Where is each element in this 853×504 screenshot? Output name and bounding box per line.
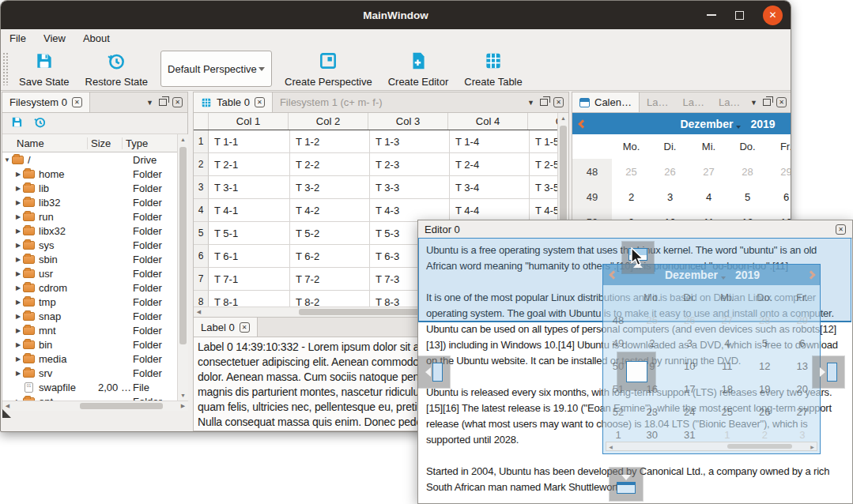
day-cell[interactable]: 18 [708, 378, 746, 401]
day-cell[interactable]: 2 [633, 332, 671, 355]
day-cell[interactable]: 12 [746, 355, 784, 378]
tree-row[interactable]: ▶mediaFolder [2, 352, 177, 366]
column-type[interactable]: Type [123, 137, 177, 149]
table-cell[interactable]: T 7-1 [209, 268, 290, 291]
tree-row[interactable]: ▶usrFolder [2, 266, 177, 280]
scroll-left-icon[interactable]: ◀ [194, 307, 204, 318]
expander-icon[interactable]: ▶ [13, 199, 23, 206]
table-cell[interactable]: T 2-2 [290, 153, 370, 176]
tree-row[interactable]: ▶libFolder [2, 181, 177, 195]
day-cell[interactable]: 17 [671, 378, 709, 401]
day-cell[interactable]: 29 [767, 159, 791, 184]
tree-row[interactable]: ▶mntFolder [2, 323, 177, 337]
tree-row[interactable]: ▶cdromFolder [2, 280, 177, 295]
day-cell[interactable]: 2 [612, 184, 651, 209]
scroll-up-icon[interactable]: ▲ [178, 134, 188, 145]
close-button[interactable]: ✕ [763, 6, 783, 25]
tab-close-icon[interactable]: ✕ [255, 97, 265, 107]
column-size[interactable]: Size [88, 137, 123, 149]
tree-row[interactable]: ▶optFolder [2, 394, 177, 401]
title-bar[interactable]: MainWindow ✕ [1, 1, 791, 29]
tree-row[interactable]: ▶binFolder [2, 337, 177, 352]
scroll-up-icon[interactable]: ▲ [558, 113, 568, 123]
editor-title-bar[interactable]: Editor 0 ✕ [418, 220, 852, 239]
month-label[interactable]: Dezember [665, 269, 718, 281]
tree-row[interactable]: ▶srvFolder [2, 366, 177, 380]
day-cell[interactable]: 6 [767, 184, 791, 209]
minimize-button[interactable] [707, 14, 716, 16]
panel-close-icon[interactable]: ✕ [553, 97, 564, 107]
day-cell[interactable]: 27 [708, 309, 746, 332]
day-cell[interactable]: 26 [651, 159, 689, 184]
table-cell[interactable]: T 8-1 [209, 291, 290, 307]
column-header[interactable]: Col 3 [368, 113, 448, 130]
tab-calendar-0[interactable]: Calen… [572, 92, 640, 112]
save-state-button[interactable]: Save State [11, 48, 77, 90]
table-cell[interactable]: T 2-5 [530, 153, 557, 176]
table-cell[interactable]: T 3-5 [530, 176, 557, 199]
expander-icon[interactable]: ▶ [13, 256, 23, 263]
editor-close-icon[interactable]: ✕ [836, 224, 846, 235]
table-cell[interactable]: T 5-2 [290, 222, 370, 245]
expander-icon[interactable]: ▶ [13, 327, 23, 334]
dock-indicator-right[interactable] [813, 356, 844, 388]
day-cell[interactable]: 5 [746, 332, 784, 355]
panel-close-icon[interactable]: ✕ [172, 97, 183, 107]
menu-view[interactable]: View [35, 32, 74, 44]
scroll-right-icon[interactable]: ▶ [178, 401, 188, 412]
month-label[interactable]: Dezember [680, 118, 733, 130]
panel-menu-icon[interactable]: ▼ [146, 99, 153, 107]
year-label[interactable]: 2019 [750, 118, 775, 130]
day-cell[interactable]: 26 [671, 309, 709, 332]
table-cell[interactable]: T 3-3 [370, 176, 450, 199]
tree-row[interactable]: 01swapfile2,00 …File [2, 380, 177, 394]
create-editor-button[interactable]: Create Editor [380, 48, 457, 90]
row-number[interactable]: 6 [194, 245, 209, 268]
tree-row[interactable]: ▶homeFolder [2, 167, 177, 181]
day-cell[interactable]: 25 [612, 159, 651, 184]
expander-icon[interactable]: ▼ [2, 156, 12, 164]
toolbar-drag-handle[interactable] [2, 52, 8, 85]
restore-state-button[interactable]: Restore State [77, 48, 157, 90]
day-cell[interactable]: 23 [633, 401, 671, 423]
day-cell[interactable]: 28 [728, 159, 767, 184]
tree-row[interactable]: ▼/Drive [2, 152, 177, 167]
scrollbar-handle[interactable] [80, 403, 163, 409]
dock-indicator-center[interactable] [617, 352, 655, 390]
day-cell[interactable]: 3 [651, 184, 689, 209]
year-label[interactable]: 2019 [735, 269, 760, 281]
table-cell[interactable]: T 7-2 [290, 268, 370, 291]
table-cell[interactable]: T 4-5 [530, 199, 557, 222]
row-number[interactable]: 5 [194, 222, 209, 245]
tree-vertical-scrollbar[interactable]: ▲ ▼ [177, 134, 188, 401]
create-table-button[interactable]: Create Table [456, 48, 530, 90]
float-panel-icon[interactable] [540, 99, 548, 106]
table-cell[interactable]: T 6-1 [209, 245, 290, 268]
scrollbar-track[interactable] [13, 401, 178, 411]
day-cell[interactable]: 24 [671, 401, 709, 423]
table-cell[interactable]: T 4-2 [290, 199, 370, 222]
table-cell[interactable]: T 1-3 [370, 130, 450, 153]
day-cell[interactable]: 19 [746, 378, 784, 401]
table-cell[interactable]: T 1-5 [530, 130, 557, 153]
scrollbar-handle[interactable] [179, 147, 187, 344]
table-cell[interactable]: T 1-2 [290, 130, 370, 153]
expander-icon[interactable]: ▶ [13, 313, 23, 320]
panel-close-icon[interactable]: ✕ [776, 97, 787, 107]
expander-icon[interactable]: ▶ [13, 242, 23, 249]
table-cell[interactable]: T 3-4 [450, 176, 530, 199]
row-number[interactable]: 1 [194, 130, 209, 153]
table-cell[interactable]: T 1-4 [450, 130, 530, 153]
maximize-button[interactable] [735, 11, 744, 20]
history-restore-icon[interactable] [33, 115, 47, 132]
float-panel-icon[interactable] [763, 99, 771, 106]
tab-filesystem-0[interactable]: Filesystem 0 ✕ [2, 92, 90, 112]
tab-close-icon[interactable]: ✕ [72, 97, 82, 107]
tab-label-1[interactable]: La… [640, 92, 675, 112]
tree-row[interactable]: ▶sbinFolder [2, 252, 177, 266]
next-month-icon[interactable] [806, 270, 815, 279]
row-number-header[interactable] [194, 113, 209, 130]
tab-close-icon[interactable]: ✕ [240, 322, 250, 333]
perspective-select[interactable]: Default Perspective [160, 51, 272, 87]
table-cell[interactable]: T 4-3 [370, 199, 450, 222]
